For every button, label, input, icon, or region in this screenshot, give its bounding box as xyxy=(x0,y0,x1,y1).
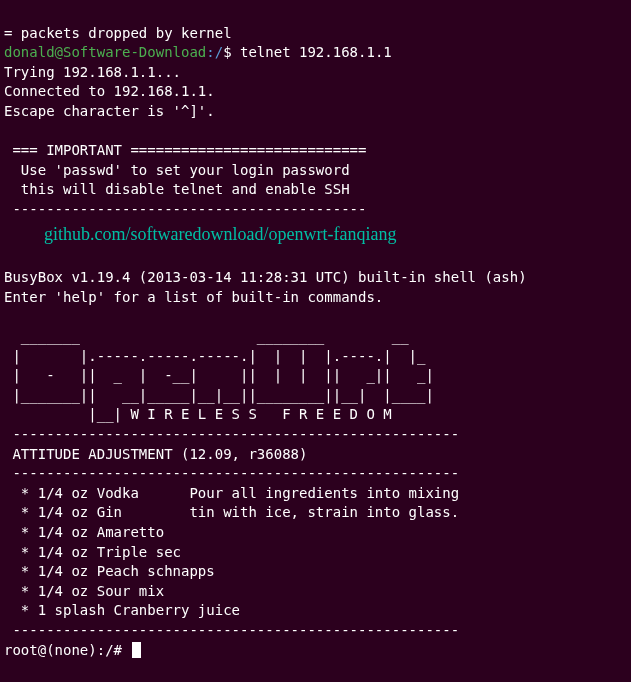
output-connected: Connected to 192.168.1.1. xyxy=(4,83,215,99)
busybox-version: BusyBox v1.19.4 (2013-03-14 11:28:31 UTC… xyxy=(4,269,527,285)
telnet-command: telnet 192.168.1.1 xyxy=(240,44,392,60)
ascii-art-1: _______ ________ __ xyxy=(4,328,409,344)
kernel-line: = packets dropped by kernel xyxy=(4,25,232,41)
prompt-user: donald@Software-Download xyxy=(4,44,206,60)
divider-3: ----------------------------------------… xyxy=(4,622,459,638)
root-prompt: root@(none):/# xyxy=(4,642,130,658)
github-link: github.com/softwaredownload/openwrt-fanq… xyxy=(4,222,627,247)
cursor[interactable] xyxy=(132,642,141,658)
release-name: ATTITUDE ADJUSTMENT (12.09, r36088) xyxy=(4,446,307,462)
divider-1: ----------------------------------------… xyxy=(4,426,459,442)
important-passwd: Use 'passwd' to set your login password xyxy=(4,162,350,178)
recipe-peach: * 1/4 oz Peach schnapps xyxy=(4,563,215,579)
recipe-vodka: * 1/4 oz Vodka Pour all ingredients into… xyxy=(4,485,459,501)
ascii-art-2: | |.-----.-----.-----.| | | |.----.| |_ xyxy=(4,348,425,364)
terminal-output-continued[interactable]: BusyBox v1.19.4 (2013-03-14 11:28:31 UTC… xyxy=(4,249,627,660)
recipe-sourmix: * 1/4 oz Sour mix xyxy=(4,583,164,599)
prompt-symbol: $ xyxy=(223,44,240,60)
terminal-output[interactable]: = packets dropped by kernel donald@Softw… xyxy=(4,4,627,220)
recipe-gin: * 1/4 oz Gin tin with ice, strain into g… xyxy=(4,504,459,520)
prompt-path: :/ xyxy=(206,44,223,60)
important-ssh: this will disable telnet and enable SSH xyxy=(4,181,350,197)
important-header: === IMPORTANT ==========================… xyxy=(4,142,366,158)
divider-2: ----------------------------------------… xyxy=(4,465,459,481)
recipe-amaretto: * 1/4 oz Amaretto xyxy=(4,524,164,540)
important-footer: ----------------------------------------… xyxy=(4,201,366,217)
ascii-art-5: |__| W I R E L E S S F R E E D O M xyxy=(4,406,392,422)
output-trying: Trying 192.168.1.1... xyxy=(4,64,181,80)
ascii-art-3: | - || _ | -__| || | | || _|| _| xyxy=(4,367,434,383)
output-escape: Escape character is '^]'. xyxy=(4,103,215,119)
recipe-cranberry: * 1 splash Cranberry juice xyxy=(4,602,240,618)
recipe-triplesec: * 1/4 oz Triple sec xyxy=(4,544,181,560)
ascii-art-4: |_______|| __|_____|__|__||________||__|… xyxy=(4,387,434,403)
busybox-help: Enter 'help' for a list of built-in comm… xyxy=(4,289,383,305)
